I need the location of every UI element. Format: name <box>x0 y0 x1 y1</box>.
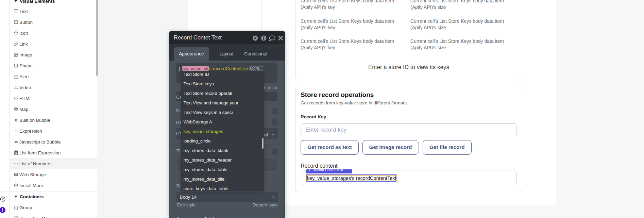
svg-text:?: ? <box>2 197 4 201</box>
svg-text:b: b <box>15 118 17 122</box>
svg-text:JS: JS <box>14 140 18 144</box>
